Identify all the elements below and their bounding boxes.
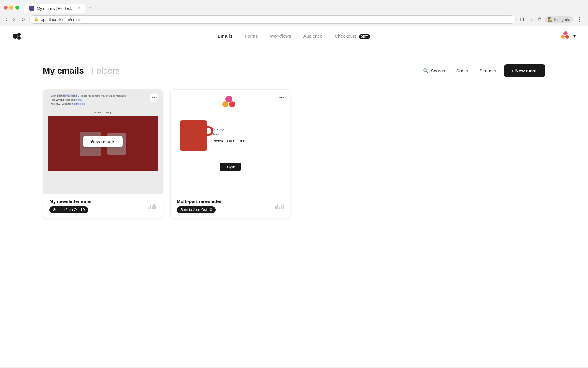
email-card-1-menu-button[interactable]: •••: [150, 93, 159, 102]
emails-grid: Dear First name / friend ... this is me …: [43, 89, 545, 218]
browser-chrome: f My emails | Flodesk × + ‹ › ↻ 🔒 app.fl…: [0, 0, 588, 26]
nav-links: Emails Forms Workflows Audience Checkout…: [218, 33, 371, 39]
nav-actions: ⊡ ☆ ⧉ 🕵 Incognito ⋮: [518, 14, 584, 24]
email-card-2-preview[interactable]: One twothree Please buy our mug Buy it! …: [171, 90, 290, 194]
avatar-circle-right: [565, 34, 570, 39]
page-header: My emails Folders 🔍 Search Sort ▾ Status…: [43, 64, 545, 77]
page-content: My emails Folders 🔍 Search Sort ▾ Status…: [0, 46, 588, 237]
logo[interactable]: [12, 31, 23, 42]
status-chevron: ▾: [494, 69, 496, 73]
chart-bar: [275, 206, 277, 209]
svg-point-0: [13, 34, 18, 39]
tab-close-button[interactable]: ×: [78, 6, 80, 11]
email-card-1-chart[interactable]: [148, 203, 156, 209]
search-button[interactable]: 🔍 Search: [420, 66, 448, 75]
email-card-1-footer: My newsletter email Sent to 2 on Oct 10: [43, 194, 163, 218]
page-actions: 🔍 Search Sort ▾ Status ▾ + New email: [420, 64, 545, 77]
close-window-button[interactable]: [4, 6, 8, 10]
browser-tabs: f My emails | Flodesk × +: [24, 2, 95, 13]
tab-favicon: f: [29, 6, 34, 11]
chart-bar: [153, 204, 155, 209]
address-url: app.flodesk.com/emails: [41, 17, 83, 22]
beta-badge: BETA: [359, 34, 370, 39]
browser-titlebar: f My emails | Flodesk × +: [0, 0, 588, 13]
folders-tab[interactable]: Folders: [91, 66, 120, 76]
view-results-button-1[interactable]: View results: [83, 136, 123, 147]
back-button[interactable]: ‹: [4, 15, 9, 23]
status-bar: https://app.flodesk.com/email/6343b9334f…: [0, 367, 588, 368]
nav-workflows[interactable]: Workflows: [270, 33, 291, 39]
view-results-button-2[interactable]: View results: [210, 136, 250, 147]
email-card-1-name: My newsletter email: [49, 199, 148, 204]
address-bar[interactable]: 🔒 app.flodesk.com/emails: [29, 15, 516, 24]
chart-bar: [277, 204, 278, 209]
browser-menu-button[interactable]: ⋮: [575, 14, 584, 24]
email-card-1-info: My newsletter email Sent to 2 on Oct 10: [49, 199, 148, 213]
email-card-1-status: Sent to 2 on Oct 10: [49, 206, 88, 213]
active-tab[interactable]: f My emails | Flodesk ×: [24, 4, 85, 13]
top-nav: Emails Forms Workflows Audience Checkout…: [0, 26, 588, 46]
new-email-button[interactable]: + New email: [504, 64, 545, 77]
email-card-2-name: Multi-part newsletter: [177, 199, 275, 204]
chart-bar: [148, 207, 149, 209]
incognito-icon: 🕵: [548, 17, 552, 22]
nav-emails[interactable]: Emails: [218, 33, 232, 39]
app: Emails Forms Workflows Audience Checkout…: [0, 26, 588, 367]
extensions-button[interactable]: ⧉: [536, 15, 543, 23]
user-dropdown-chevron[interactable]: ▾: [573, 33, 576, 39]
avatar-circles: [560, 31, 571, 42]
incognito-label: Incognito: [554, 17, 570, 22]
forward-button[interactable]: ›: [11, 15, 17, 23]
nav-checkouts[interactable]: Checkouts BETA: [335, 33, 370, 39]
email-card-2-footer: Multi-part newsletter Sent to 2 on Oct 1…: [171, 194, 290, 218]
browser-navbar: ‹ › ↻ 🔒 app.flodesk.com/emails ⊡ ☆ ⧉ 🕵 I…: [0, 13, 588, 26]
user-avatar[interactable]: ▾: [560, 31, 576, 42]
search-icon: 🔍: [423, 68, 429, 74]
logo-icon: [12, 31, 23, 42]
incognito-badge: 🕵 Incognito: [545, 16, 573, 23]
maximize-window-button[interactable]: [15, 6, 19, 10]
email-card-2: One twothree Please buy our mug Buy it! …: [170, 89, 290, 218]
chart-bar: [155, 205, 156, 209]
status-label: Status: [479, 68, 492, 73]
email-card-1-preview[interactable]: Dear First name / friend ... this is me …: [43, 90, 163, 194]
svg-point-2: [17, 36, 21, 40]
cast-button[interactable]: ⊡: [518, 15, 526, 24]
bookmark-button[interactable]: ☆: [527, 15, 535, 24]
page-title: My emails: [43, 66, 84, 76]
email-card-2-info: Multi-part newsletter Sent to 2 on Oct 1…: [177, 199, 275, 213]
minimize-window-button[interactable]: [9, 6, 13, 10]
lock-icon: 🔒: [34, 17, 39, 21]
svg-point-1: [17, 33, 21, 36]
page-title-group: My emails Folders: [43, 66, 120, 76]
chart-bar: [281, 205, 282, 209]
nav-forms[interactable]: Forms: [245, 33, 258, 39]
chart-bar: [150, 205, 151, 209]
email-card-1: Dear First name / friend ... this is me …: [43, 89, 163, 218]
email-card-1-overlay[interactable]: View results: [43, 90, 163, 194]
reload-button[interactable]: ↻: [19, 15, 27, 24]
sort-label: Sort: [456, 68, 465, 73]
chart-bar: [152, 206, 153, 209]
nav-audience[interactable]: Audience: [303, 33, 322, 39]
new-tab-button[interactable]: +: [85, 2, 95, 13]
sort-chevron: ▾: [466, 69, 468, 73]
status-button[interactable]: Status ▾: [476, 66, 499, 75]
email-card-2-chart[interactable]: [275, 203, 284, 209]
browser-dots: [4, 6, 19, 10]
search-label: Search: [431, 68, 445, 73]
chart-bar: [283, 204, 284, 209]
email-card-2-menu-button[interactable]: •••: [277, 93, 286, 102]
email-card-2-status: Sent to 2 on Oct 10: [177, 206, 216, 213]
sort-button[interactable]: Sort ▾: [453, 66, 472, 75]
tab-title: My emails | Flodesk: [37, 6, 72, 11]
chart-bar: [279, 207, 280, 209]
